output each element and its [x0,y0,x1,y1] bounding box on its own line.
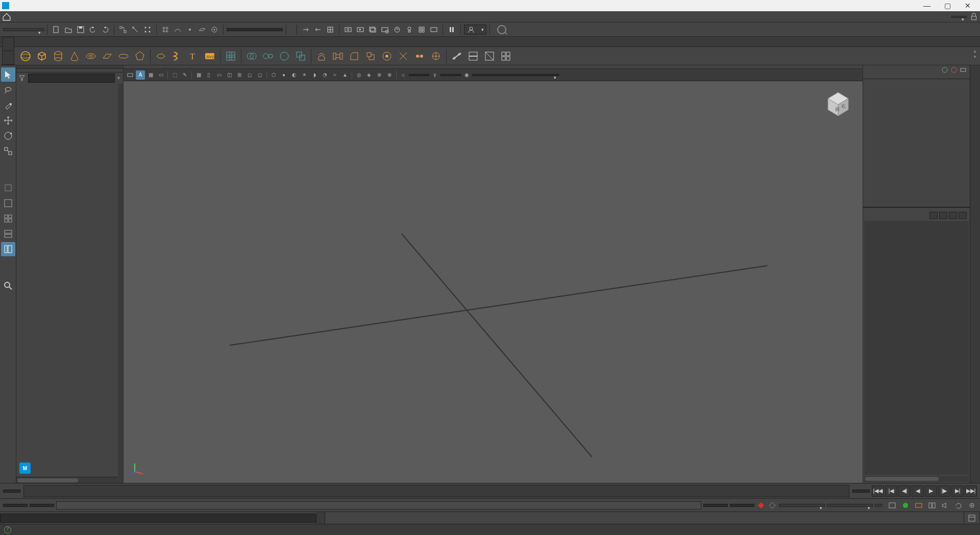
command-lang-label[interactable] [316,512,325,524]
vp-anti-alias-icon[interactable]: ▲ [340,70,350,80]
vp-wireframe-icon[interactable]: ⬡ [269,70,278,80]
time-ruler[interactable] [23,485,849,497]
vp-xray-joints-icon[interactable]: ⊕ [375,70,384,80]
range-sync-icon[interactable] [953,501,964,510]
snap-grid-button[interactable] [160,24,171,35]
render-settings-button[interactable] [379,24,390,35]
step-back-button[interactable]: ◀| [898,485,911,497]
vp-film-gate-icon[interactable]: ▯ [204,70,213,80]
vp-xray-icon[interactable]: ◈ [364,70,374,80]
snap-point-button[interactable] [184,24,195,35]
vp-camera-attr-icon[interactable]: A [136,70,145,80]
insert-edge-icon[interactable] [466,49,480,63]
ipr-render-button[interactable] [355,24,366,35]
poly-helix-icon[interactable] [170,49,184,63]
vp-colorspace-dropdown[interactable] [472,74,559,76]
select-by-component-button[interactable] [142,24,153,35]
output-connections-button[interactable] [312,24,324,35]
collapse-icon[interactable] [396,49,410,63]
outliner-filter-icon[interactable] [18,74,27,82]
character-set-dropdown[interactable] [779,504,825,507]
vp-select-camera-icon[interactable] [126,70,135,80]
range-cache-icon[interactable] [914,501,924,510]
playblast-button[interactable] [428,24,439,35]
step-forward-key-button[interactable]: ▶| [951,485,964,497]
separate-icon[interactable] [261,49,275,63]
poly-platonic-icon[interactable] [133,49,147,63]
outliner-search-dropdown-icon[interactable]: ▼ [116,76,121,81]
range-out-field[interactable] [703,504,728,507]
four-view-button[interactable] [1,211,15,226]
window-minimize-button[interactable]: — [917,2,937,10]
search-icon[interactable] [497,25,506,34]
select-by-object-button[interactable] [130,24,141,35]
window-maximize-button[interactable]: ▢ [937,2,958,10]
last-tool-button[interactable] [1,181,15,195]
light-editor-button[interactable] [404,24,415,35]
poly-disc-icon[interactable] [116,49,131,63]
undo-button[interactable] [87,24,99,35]
toggle-pause-button[interactable] [446,24,457,35]
auto-key-button[interactable] [768,501,777,510]
range-sound-icon[interactable] [900,501,911,510]
vp-gate-mask-icon[interactable]: ◫ [225,70,234,80]
snap-curve-button[interactable] [172,24,183,35]
shelf-toggle-tabs[interactable] [2,37,14,65]
render-frame-button[interactable] [342,24,354,35]
vp-ao-icon[interactable]: ◔ [320,70,329,80]
new-scene-button[interactable] [51,24,62,35]
fill-hole-icon[interactable] [380,49,394,63]
layer-move-down-button[interactable] [939,212,947,219]
vp-safe-action-icon[interactable]: ◻ [245,70,254,80]
search-tool-button[interactable] [1,279,15,293]
vp-motion-blur-icon[interactable]: ≈ [330,70,339,80]
outliner-layout-button[interactable] [1,242,15,256]
window-close-button[interactable]: ✕ [958,2,978,10]
outliner-vscrollbar[interactable] [118,84,123,483]
anim-layer-dropdown[interactable] [827,504,873,507]
vp-image-plane-icon[interactable]: ▭ [156,70,165,80]
outliner-hscrollbar[interactable] [16,477,118,483]
single-view-button[interactable] [1,196,15,210]
merge-icon[interactable] [412,49,427,63]
poly-type-icon[interactable] [154,49,168,63]
vp-resolution-gate-icon[interactable]: ▭ [214,70,224,80]
target-weld-icon[interactable] [429,49,443,63]
poly-cylinder-icon[interactable] [51,49,65,63]
poly-cone-icon[interactable] [67,49,82,63]
current-frame-field-2[interactable] [852,490,870,493]
fps-field[interactable] [875,504,882,507]
poly-text-icon[interactable]: T [186,49,201,63]
poly-cube-icon[interactable] [35,49,49,63]
set-key-button[interactable] [756,501,766,510]
layer-move-up-button[interactable] [929,212,938,219]
workspace-lock-icon[interactable] [970,13,978,21]
command-input[interactable] [0,514,316,523]
current-frame-field[interactable] [3,490,20,493]
bevel-icon[interactable] [347,49,361,63]
script-editor-button[interactable] [964,512,980,524]
range-start-field[interactable] [3,504,28,507]
vp-2d-pan-icon[interactable]: ⬚ [170,70,179,80]
vp-textured-icon[interactable]: ◐ [289,70,299,80]
quad-draw-icon[interactable] [499,49,513,63]
poly-svg-icon[interactable]: SVG [203,49,217,63]
paint-select-tool-button[interactable] [1,98,15,112]
render-setup-button[interactable] [416,24,427,35]
range-track[interactable] [56,501,701,509]
outliner-tree[interactable] [16,84,118,459]
viewcube-icon[interactable]: 前右 [824,89,852,118]
two-view-button[interactable] [1,227,15,241]
play-forward-button[interactable]: ▶ [925,485,937,497]
play-back-button[interactable]: ◀ [912,485,924,497]
go-end-button[interactable]: ▶▶| [965,485,977,497]
vp-safe-title-icon[interactable]: ◻ [255,70,264,80]
snap-live-button[interactable] [209,24,220,35]
layer-hscrollbar[interactable] [864,476,969,482]
vp-grid-icon[interactable]: ▦ [194,70,203,80]
rp-icon-2[interactable] [950,66,958,74]
append-icon[interactable] [363,49,378,63]
rp-icon-3[interactable] [960,66,967,74]
redo-button[interactable] [100,24,111,35]
bridge-icon[interactable] [331,49,345,63]
